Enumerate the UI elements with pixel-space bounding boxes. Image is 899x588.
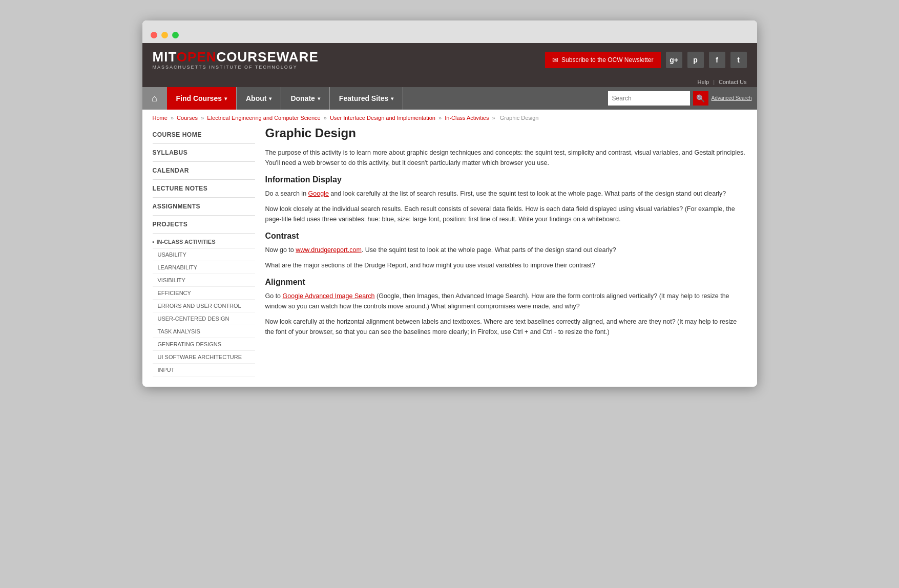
about-nav-item[interactable]: About ▾ (237, 87, 281, 110)
logo-subtitle: MASSACHUSETTS INSTITUTE OF TECHNOLOGY (153, 65, 319, 70)
sidebar-item-lecture-notes[interactable]: LECTURE NOTES (153, 180, 255, 198)
drudgereport-link[interactable]: www.drudgereport.com (296, 246, 362, 254)
featured-sites-chevron-icon: ▾ (391, 96, 393, 101)
site-wrapper: MITOPENCOURSEWARE MASSACHUSETTS INSTITUT… (142, 43, 757, 387)
sidebar-sub-visibility[interactable]: VISIBILITY (153, 274, 255, 287)
logo: MITOPENCOURSEWARE (153, 50, 319, 64)
find-courses-label: Find Courses (176, 94, 222, 102)
sidebar-sub-user-centered[interactable]: USER-CENTERED DESIGN (153, 312, 255, 325)
sidebar-inclass-label: IN-CLASS ACTIVITIES (156, 239, 215, 245)
subscribe-button[interactable]: ✉ Subscribe to the OCW Newsletter (545, 52, 660, 68)
info-display-para-1: Do a search in Google and look carefully… (265, 188, 747, 199)
breadcrumb-sep-5: » (492, 115, 496, 121)
separator: | (713, 79, 715, 85)
google-link[interactable]: Google (308, 190, 329, 197)
breadcrumb-current: Graphic Design (500, 115, 539, 121)
section-heading-contrast: Contrast (265, 232, 747, 241)
main-content: Graphic Design The purpose of this activ… (265, 126, 747, 376)
donate-nav-item[interactable]: Donate ▾ (281, 87, 329, 110)
collapse-icon: ▪ (153, 239, 155, 245)
top-bar-right: ✉ Subscribe to the OCW Newsletter g+ p f… (545, 52, 746, 68)
page-title: Graphic Design (265, 126, 747, 140)
find-courses-nav-item[interactable]: Find Courses ▾ (167, 87, 237, 110)
section-heading-info-display: Information Display (265, 175, 747, 184)
alignment-para-2: Now look carefully at the horizontal ali… (265, 317, 747, 337)
google-image-search-link[interactable]: Google Advanced Image Search (283, 292, 375, 300)
breadcrumb-home[interactable]: Home (153, 115, 168, 121)
sidebar-item-projects[interactable]: PROJECTS (153, 216, 255, 234)
sidebar-item-assignments[interactable]: ASSIGNMENTS (153, 198, 255, 216)
breadcrumb-uid[interactable]: User Interface Design and Implementation (330, 115, 435, 121)
sidebar-sub-efficiency[interactable]: EFFICIENCY (153, 287, 255, 300)
section-heading-alignment: Alignment (265, 278, 747, 287)
donate-chevron-icon: ▾ (318, 96, 320, 101)
donate-label: Donate (290, 94, 315, 102)
browser-window: MITOPENCOURSEWARE MASSACHUSETTS INSTITUT… (142, 20, 757, 387)
contact-link[interactable]: Contact Us (719, 79, 746, 85)
breadcrumb-sep-3: » (324, 115, 328, 121)
breadcrumb-sep-1: » (171, 115, 175, 121)
sidebar-sub-ui-software[interactable]: UI SOFTWARE ARCHITECTURE (153, 351, 255, 364)
pinterest-icon[interactable]: p (687, 52, 704, 68)
breadcrumb-sep-4: » (438, 115, 443, 121)
facebook-icon[interactable]: f (709, 52, 725, 68)
breadcrumb-eecs[interactable]: Electrical Engineering and Computer Scie… (207, 115, 320, 121)
contrast-para-1: Now go to www.drudgereport.com. Use the … (265, 245, 747, 255)
featured-sites-label: Featured Sites (339, 94, 388, 102)
breadcrumb: Home » Courses » Electrical Engineering … (142, 110, 757, 126)
minimize-button[interactable] (161, 32, 168, 38)
about-label: About (246, 94, 266, 102)
sidebar-sub-learnability[interactable]: LEARNABILITY (153, 261, 255, 274)
sidebar-sub-errors[interactable]: ERRORS AND USER CONTROL (153, 300, 255, 312)
about-chevron-icon: ▾ (269, 96, 271, 101)
logo-courseware: COURSEWARE (216, 49, 318, 65)
google-plus-icon[interactable]: g+ (666, 52, 682, 68)
browser-chrome (142, 20, 757, 43)
sidebar-item-calendar[interactable]: CALENDAR (153, 162, 255, 180)
contrast-para-2: What are the major sections of the Drudg… (265, 260, 747, 270)
logo-area: MITOPENCOURSEWARE MASSACHUSETTS INSTITUT… (153, 50, 319, 70)
advanced-search-link[interactable]: Advanced Search (712, 95, 752, 101)
help-link[interactable]: Help (698, 79, 709, 85)
sidebar: COURSE HOME SYLLABUS CALENDAR LECTURE NO… (153, 126, 255, 376)
breadcrumb-inclass[interactable]: In-Class Activities (445, 115, 489, 121)
alignment-para-1: Go to Google Advanced Image Search (Goog… (265, 291, 747, 311)
logo-mit: MIT (153, 49, 177, 65)
subscribe-label: Subscribe to the OCW Newsletter (561, 56, 653, 64)
sidebar-sub-generating[interactable]: GENERATING DESIGNS (153, 338, 255, 351)
sidebar-sub-usability[interactable]: USABILITY (153, 248, 255, 261)
help-bar: Help | Contact Us (142, 77, 757, 87)
home-nav-button[interactable]: ⌂ (142, 87, 167, 110)
logo-open: OPEN (177, 49, 217, 65)
featured-sites-nav-item[interactable]: Featured Sites ▾ (330, 87, 403, 110)
intro-paragraph: The purpose of this activity is to learn… (265, 148, 747, 168)
search-input[interactable] (608, 91, 690, 106)
info-display-para-2: Now look closely at the individual searc… (265, 204, 747, 224)
home-icon: ⌂ (152, 93, 157, 104)
sidebar-sub-task-analysis[interactable]: TASK ANALYSIS (153, 325, 255, 338)
find-courses-chevron-icon: ▾ (224, 96, 227, 101)
breadcrumb-courses[interactable]: Courses (177, 115, 198, 121)
sidebar-item-syllabus[interactable]: SYLLABUS (153, 144, 255, 162)
search-button[interactable]: 🔍 (693, 91, 708, 106)
sidebar-inclass-section[interactable]: ▪ IN-CLASS ACTIVITIES (153, 234, 255, 248)
main-nav: ⌂ Find Courses ▾ About ▾ Donate ▾ Featur… (142, 87, 757, 110)
sidebar-item-course-home[interactable]: COURSE HOME (153, 126, 255, 144)
envelope-icon: ✉ (552, 56, 558, 64)
close-button[interactable] (151, 32, 157, 38)
sidebar-sub-input[interactable]: INPUT (153, 364, 255, 376)
breadcrumb-sep-2: » (201, 115, 205, 121)
nav-search: 🔍 Advanced Search (603, 87, 757, 110)
top-bar: MITOPENCOURSEWARE MASSACHUSETTS INSTITUT… (142, 43, 757, 77)
content-layout: COURSE HOME SYLLABUS CALENDAR LECTURE NO… (142, 126, 757, 387)
maximize-button[interactable] (172, 32, 179, 38)
twitter-icon[interactable]: t (730, 52, 747, 68)
